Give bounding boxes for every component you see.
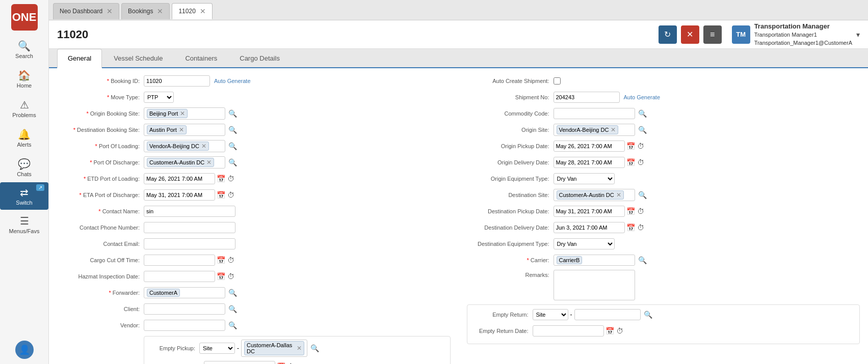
origin-pickup-date-input[interactable] <box>554 141 625 152</box>
tab-neo-dashboard[interactable]: Neo Dashboard ✕ <box>53 3 119 19</box>
remarks-textarea[interactable] <box>554 270 635 300</box>
etd-calendar-button[interactable]: 📅 <box>216 175 226 183</box>
empty-return-site-select[interactable]: Site Address Other <box>533 309 568 320</box>
empty-return-row: Empty Return: Site Address Other - 🔍 <box>471 308 856 321</box>
port-of-discharge-search[interactable]: 🔍 <box>227 158 238 166</box>
tab-11020[interactable]: 11020 ✕ <box>172 3 212 19</box>
shipment-no-input[interactable] <box>554 92 620 103</box>
etd-clock-button[interactable]: ⏱ <box>227 175 235 183</box>
eta-input[interactable] <box>144 189 215 201</box>
sidebar-item-problems[interactable]: ⚠ Problems <box>0 94 48 123</box>
eta-clock-button[interactable]: ⏱ <box>227 191 235 199</box>
etd-input[interactable] <box>144 173 215 184</box>
cargo-cutoff-calendar[interactable]: 📅 <box>216 256 226 264</box>
empty-pickup-row: Empty Pickup: Site Address Other - Custo… <box>148 340 446 357</box>
auto-create-label: Auto Create Shipment: <box>467 78 554 84</box>
empty-pickup-search[interactable]: 🔍 <box>309 344 320 352</box>
destination-booking-site-row: Destination Booking Site: Austin Port ✕ … <box>57 123 451 136</box>
booking-id-input[interactable] <box>144 75 210 87</box>
empty-pickup-location-remove[interactable]: ✕ <box>297 345 302 352</box>
empty-return-search[interactable]: 🔍 <box>643 311 653 319</box>
destination-delivery-date-input[interactable] <box>554 222 625 233</box>
origin-delivery-calendar[interactable]: 📅 <box>626 158 636 166</box>
refresh-button[interactable]: ↻ <box>659 25 677 44</box>
port-of-discharge-tag-remove[interactable]: ✕ <box>206 159 212 166</box>
eta-calendar-button[interactable]: 📅 <box>216 191 226 199</box>
carrier-search[interactable]: 🔍 <box>637 256 648 264</box>
hazmat-input[interactable] <box>144 271 215 282</box>
shipment-no-label: Shipment No: <box>467 94 554 100</box>
contact-name-input[interactable] <box>144 206 235 217</box>
origin-site-search[interactable]: 🔍 <box>637 126 648 134</box>
user-dropdown-icon[interactable]: ▾ <box>856 31 860 39</box>
destination-delivery-clock[interactable]: ⏱ <box>637 223 645 232</box>
contact-name-row: Contact Name: <box>57 205 451 218</box>
tab-containers[interactable]: Containers <box>174 49 228 67</box>
cargo-cutoff-input[interactable] <box>144 255 215 266</box>
empty-pickup-site-select[interactable]: Site Address Other <box>199 343 235 354</box>
empty-return-date-input[interactable] <box>533 325 604 337</box>
contact-email-input[interactable] <box>144 238 235 249</box>
tab-bookings-close[interactable]: ✕ <box>157 8 163 15</box>
tab-bookings[interactable]: Bookings ✕ <box>121 3 170 19</box>
origin-delivery-clock[interactable]: ⏱ <box>637 158 645 166</box>
origin-booking-site-tag-remove[interactable]: ✕ <box>180 110 185 117</box>
hazmat-calendar[interactable]: 📅 <box>216 272 226 281</box>
move-type-select[interactable]: PTP CY DOOR <box>144 92 174 103</box>
origin-booking-site-search[interactable]: 🔍 <box>227 109 238 118</box>
tab-11020-close[interactable]: ✕ <box>200 8 206 15</box>
origin-pickup-calendar[interactable]: 📅 <box>626 142 636 150</box>
tab-neo-dashboard-close[interactable]: ✕ <box>107 8 113 15</box>
sidebar-item-home[interactable]: 🏠 Home <box>0 64 48 94</box>
destination-site-tag-remove[interactable]: ✕ <box>616 191 621 199</box>
destination-delivery-calendar[interactable]: 📅 <box>626 223 636 232</box>
main-content: Neo Dashboard ✕ Bookings ✕ 11020 ✕ 11020… <box>49 0 868 364</box>
sidebar-item-alerts[interactable]: 🔔 Alerts <box>0 123 48 153</box>
auto-generate-shipment[interactable]: Auto Generate <box>624 94 661 100</box>
auto-generate-booking[interactable]: Auto Generate <box>214 78 251 84</box>
sidebar-item-switch[interactable]: ⇄ Switch ↗ <box>0 182 48 210</box>
tab-vessel-schedule[interactable]: Vessel Schedule <box>103 49 173 67</box>
tab-general[interactable]: General <box>57 49 102 68</box>
hazmat-clock[interactable]: ⏱ <box>227 272 235 281</box>
port-of-loading-tag-remove[interactable]: ✕ <box>201 143 206 150</box>
empty-pickup-label: Empty Pickup: <box>148 345 199 351</box>
close-button[interactable]: ✕ <box>681 25 699 44</box>
destination-site-search[interactable]: 🔍 <box>637 191 648 199</box>
origin-pickup-date-row: Origin Pickup Date: 📅 ⏱ <box>467 139 860 153</box>
origin-pickup-clock[interactable]: ⏱ <box>637 142 645 150</box>
contact-phone-input[interactable] <box>144 222 235 233</box>
tab-cargo-details[interactable]: Cargo Details <box>229 49 291 67</box>
auto-create-checkbox[interactable] <box>554 77 561 85</box>
sidebar-item-user[interactable]: 👤 <box>0 335 48 364</box>
origin-delivery-date-input[interactable] <box>554 157 625 168</box>
vendor-search[interactable]: 🔍 <box>227 321 238 329</box>
destination-equipment-label: Destination Equipment Type: <box>467 241 554 247</box>
port-of-loading-search[interactable]: 🔍 <box>227 142 238 150</box>
destination-delivery-datetime: 📅 ⏱ <box>554 222 645 233</box>
cargo-cutoff-clock[interactable]: ⏱ <box>227 256 235 264</box>
destination-pickup-calendar[interactable]: 📅 <box>626 207 636 215</box>
carrier-row: Carrier: CarrierB 🔍 <box>467 254 860 267</box>
origin-equipment-select[interactable]: Dry Van Reefer Flatbed <box>554 173 615 184</box>
empty-return-calendar[interactable]: 📅 <box>605 327 615 335</box>
destination-pickup-clock[interactable]: ⏱ <box>637 207 645 215</box>
destination-pickup-date-input[interactable] <box>554 206 625 217</box>
commodity-code-search[interactable]: 🔍 <box>637 109 648 118</box>
destination-site-label: Destination Site: <box>467 192 554 198</box>
forwarder-search[interactable]: 🔍 <box>227 289 238 297</box>
origin-site-tag-remove[interactable]: ✕ <box>611 126 616 133</box>
empty-pickup-date-input[interactable] <box>204 361 275 364</box>
client-search[interactable]: 🔍 <box>227 305 238 313</box>
destination-booking-site-tag-remove[interactable]: ✕ <box>179 126 184 133</box>
sidebar-item-search[interactable]: 🔍 Search <box>0 35 48 64</box>
empty-return-clock[interactable]: ⏱ <box>616 327 624 335</box>
carrier-tag: CarrierB <box>557 256 583 264</box>
sidebar-item-menus[interactable]: ☰ Menus/Favs <box>0 210 48 239</box>
destination-equipment-select[interactable]: Dry Van Reefer Flatbed <box>554 238 615 249</box>
destination-booking-site-search[interactable]: 🔍 <box>227 126 238 134</box>
chats-icon: 💬 <box>18 158 31 170</box>
menu-button[interactable]: ≡ <box>703 25 722 44</box>
empty-return-datetime: 📅 ⏱ <box>533 325 624 337</box>
sidebar-item-chats[interactable]: 💬 Chats <box>0 153 48 182</box>
